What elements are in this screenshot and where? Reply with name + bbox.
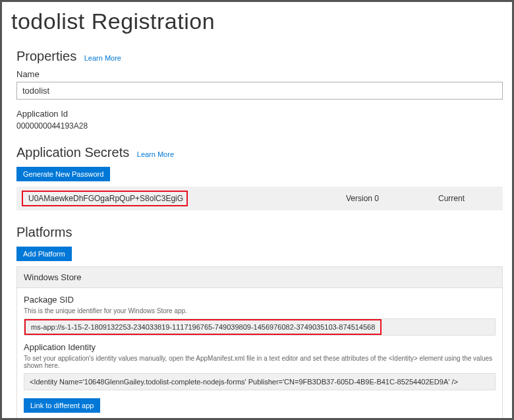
properties-heading-text: Properties — [16, 49, 76, 63]
platform-windows-store: Windows Store Package SID This is the un… — [16, 266, 503, 420]
package-sid-box: ms-app://s-1-15-2-1809132253-234033819-1… — [24, 318, 496, 336]
appid-label: Application Id — [16, 109, 503, 119]
secret-version: Version 0 — [346, 194, 438, 203]
package-sid-value: ms-app://s-1-15-2-1809132253-234033819-1… — [24, 319, 382, 335]
appid-value: 0000000044193A28 — [16, 121, 503, 131]
secret-status: Current — [438, 194, 498, 203]
app-identity-help: To set your application's identity value… — [24, 355, 496, 369]
secret-value: U0AMaewkeDhFGOgaRpQuP+S8olC3EgiG — [22, 191, 188, 206]
secrets-learn-more-link[interactable]: Learn More — [137, 150, 174, 158]
add-platform-button[interactable]: Add Platform — [16, 247, 72, 261]
app-identity-value: <Identity Name='10648GlennGailey.todolis… — [24, 373, 496, 390]
name-label: Name — [16, 69, 503, 79]
package-sid-help: This is the unique identifier for your W… — [24, 307, 496, 315]
properties-learn-more-link[interactable]: Learn More — [84, 54, 121, 62]
platforms-heading: Platforms — [16, 225, 503, 240]
secret-row: U0AMaewkeDhFGOgaRpQuP+S8olC3EgiG Version… — [16, 187, 503, 210]
platform-windows-store-header: Windows Store — [17, 267, 502, 288]
link-different-app-button[interactable]: Link to different app — [24, 398, 100, 413]
page-title: todolist Registration — [11, 9, 503, 34]
properties-heading: Properties Learn More — [16, 49, 503, 64]
secrets-heading: Application Secrets Learn More — [16, 145, 503, 160]
generate-password-button[interactable]: Generate New Password — [16, 167, 110, 181]
package-sid-label: Package SID — [24, 295, 496, 305]
name-input[interactable] — [16, 82, 503, 100]
app-identity-label: Application Identity — [24, 342, 496, 352]
secrets-heading-text: Application Secrets — [16, 145, 129, 160]
